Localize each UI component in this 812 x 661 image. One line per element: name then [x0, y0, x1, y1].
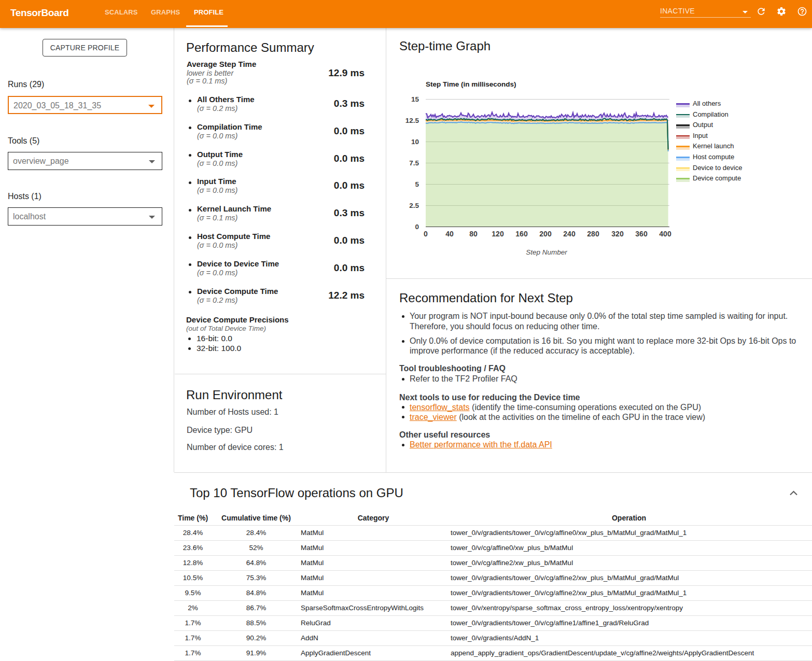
svg-text:5: 5	[415, 180, 419, 188]
svg-text:Step Time (in milliseconds): Step Time (in milliseconds)	[426, 80, 516, 88]
svg-text:360: 360	[635, 230, 648, 238]
svg-text:Step Number: Step Number	[526, 248, 567, 256]
svg-text:0: 0	[424, 230, 428, 238]
svg-text:7.5: 7.5	[409, 159, 419, 167]
svg-text:240: 240	[563, 230, 576, 238]
svg-text:10: 10	[411, 138, 419, 146]
svg-text:400: 400	[659, 230, 671, 238]
svg-text:120: 120	[492, 230, 504, 238]
svg-text:200: 200	[539, 230, 552, 238]
svg-text:160: 160	[515, 230, 528, 238]
svg-text:280: 280	[587, 230, 599, 238]
svg-text:320: 320	[611, 230, 624, 238]
svg-text:15: 15	[411, 95, 419, 103]
svg-text:0: 0	[415, 223, 419, 231]
svg-text:2.5: 2.5	[409, 202, 419, 209]
svg-text:80: 80	[469, 230, 478, 238]
svg-text:12.5: 12.5	[405, 117, 419, 124]
svg-text:40: 40	[445, 230, 454, 238]
